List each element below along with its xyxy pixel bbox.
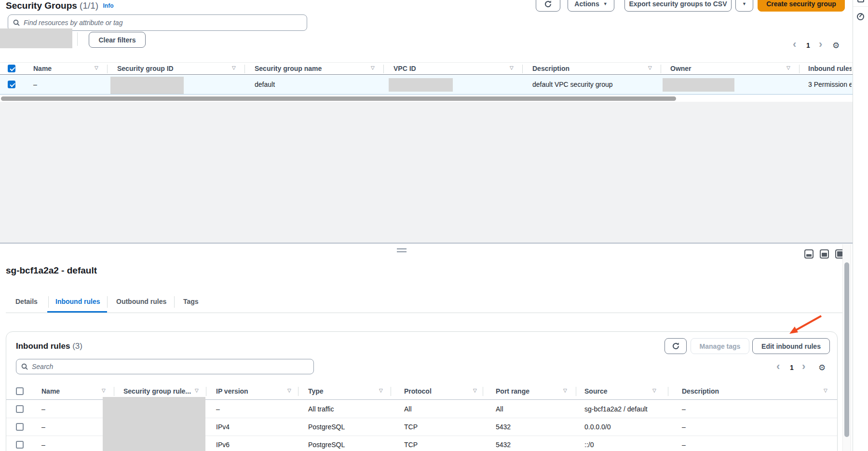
resource-count: (1/1): [80, 0, 98, 11]
select-all-checkbox[interactable]: [8, 65, 15, 72]
tab-outbound-rules[interactable]: Outbound rules: [116, 298, 166, 305]
sort-icon: ▽: [473, 388, 477, 393]
column-header-description[interactable]: Description: [532, 65, 570, 72]
port-range-cell: 5432: [496, 441, 511, 449]
rule-row-checkbox[interactable]: [16, 405, 24, 413]
security-group-name-cell: default: [255, 81, 275, 88]
column-divider: [522, 65, 523, 73]
tab-details[interactable]: Details: [15, 298, 38, 305]
content-background: [0, 102, 853, 243]
row-select-checkbox[interactable]: [8, 81, 15, 88]
description-cell: default VPC security group: [532, 81, 613, 88]
name-cell: –: [41, 405, 45, 413]
export-dropdown-button[interactable]: ▼: [735, 0, 753, 12]
column-header-protocol[interactable]: Protocol: [404, 387, 432, 395]
column-divider: [668, 387, 668, 396]
inbound-rules-count-cell: 3 Permission entries: [808, 81, 852, 88]
column-divider: [483, 387, 483, 396]
sort-icon: ▽: [652, 388, 656, 393]
column-divider: [383, 65, 384, 73]
rules-pagination-previous-button[interactable]: ‹: [776, 362, 780, 371]
column-header-port-range[interactable]: Port range: [496, 387, 529, 395]
rules-search-input[interactable]: [32, 363, 309, 370]
rules-pagination-page-number[interactable]: 1: [790, 364, 794, 371]
sort-icon: ▽: [510, 65, 514, 70]
horizontal-scrollbar: [0, 96, 853, 102]
annotation-arrow: [779, 314, 825, 339]
name-cell: –: [33, 81, 37, 88]
rules-table-preferences-button[interactable]: ⚙: [818, 363, 826, 373]
column-header-owner[interactable]: Owner: [670, 65, 692, 72]
description-cell: –: [682, 405, 686, 413]
tab-tags[interactable]: Tags: [183, 298, 199, 305]
find-resources-input[interactable]: [24, 19, 302, 27]
vertical-scrollbar-thumb[interactable]: [844, 262, 849, 437]
refresh-button[interactable]: [536, 0, 560, 12]
type-cell: PostgreSQL: [308, 423, 345, 431]
ip-version-cell: –: [216, 405, 220, 413]
edit-inbound-rules-button[interactable]: Edit inbound rules: [752, 338, 830, 354]
sort-icon: ▽: [824, 388, 827, 393]
rule-row-checkbox[interactable]: [16, 441, 24, 449]
aws-security-groups-screen: Security Groups (1/1) Info Actions ▼ Exp…: [0, 0, 868, 451]
sort-icon: ▽: [195, 388, 199, 393]
pagination-previous-button[interactable]: ‹: [793, 40, 796, 49]
export-csv-button-label: Export security groups to CSV: [629, 0, 727, 8]
table-preferences-button[interactable]: ⚙: [832, 41, 840, 51]
active-tab-underline: [47, 311, 107, 313]
column-header-description[interactable]: Description: [682, 387, 719, 395]
type-cell: All traffic: [308, 405, 334, 413]
column-header-inbound-rules-count[interactable]: Inbound rules count: [808, 65, 852, 72]
bell-icon[interactable]: [857, 0, 864, 2]
pagination-page-number[interactable]: 1: [806, 41, 810, 49]
description-cell: –: [682, 441, 686, 449]
column-divider: [661, 65, 661, 73]
security-groups-table-header: Name ▽ Security group ID ▽ Security grou…: [0, 62, 853, 75]
pagination-next-button[interactable]: ›: [819, 40, 822, 49]
panel-size-small-icon[interactable]: [804, 249, 814, 259]
export-csv-button[interactable]: Export security groups to CSV: [624, 0, 732, 12]
column-header-name[interactable]: Name: [41, 387, 60, 395]
security-group-table-row: – default default VPC security group 3 P…: [0, 75, 853, 95]
sort-icon: ▽: [371, 65, 375, 70]
name-cell: –: [41, 441, 45, 449]
info-link[interactable]: Info: [103, 2, 113, 9]
clear-filters-button[interactable]: Clear filters: [89, 32, 146, 48]
tab-inbound-rules[interactable]: Inbound rules: [55, 298, 100, 305]
refresh-button[interactable]: [665, 338, 687, 354]
split-panel-drag-handle[interactable]: [397, 248, 407, 252]
detail-heading: sg-bcf1a2a2 - default: [6, 265, 97, 276]
actions-button[interactable]: Actions ▼: [568, 0, 614, 12]
column-header-name[interactable]: Name: [33, 65, 52, 72]
column-divider: [107, 65, 108, 73]
column-divider: [799, 65, 800, 73]
column-header-security-group-name[interactable]: Security group name: [255, 65, 322, 72]
panel-size-medium-icon[interactable]: [820, 249, 829, 259]
port-range-cell: All: [496, 405, 503, 413]
vertical-scrollbar: [842, 244, 851, 451]
column-header-type[interactable]: Type: [308, 387, 324, 395]
sort-icon: ▽: [287, 388, 291, 393]
sort-icon: ▽: [232, 65, 236, 70]
create-security-group-button[interactable]: Create security group: [758, 0, 845, 12]
column-divider: [576, 387, 576, 396]
inbound-rules-panel-title: Inbound rules (3): [16, 342, 82, 351]
tab-divider: [174, 296, 175, 308]
manage-tags-button[interactable]: Manage tags: [691, 338, 749, 354]
inbound-rules-title-text: Inbound rules: [16, 342, 70, 351]
edit-inbound-rules-label: Edit inbound rules: [761, 342, 821, 350]
column-header-vpc-id[interactable]: VPC ID: [393, 65, 416, 72]
rules-select-all-checkbox[interactable]: [16, 387, 24, 395]
clock-icon[interactable]: [857, 13, 864, 20]
column-divider: [391, 387, 391, 396]
column-header-rule-id[interactable]: Security group rule...: [123, 387, 191, 395]
horizontal-scrollbar-thumb[interactable]: [1, 96, 676, 101]
column-divider: [114, 387, 114, 396]
column-header-security-group-id[interactable]: Security group ID: [117, 65, 174, 72]
column-header-ip-version[interactable]: IP version: [216, 387, 248, 395]
side-rail: [853, 0, 868, 451]
rule-row-checkbox[interactable]: [16, 423, 24, 431]
column-header-source[interactable]: Source: [584, 387, 607, 395]
rules-pagination-next-button[interactable]: ›: [802, 362, 805, 371]
refresh-icon: [672, 342, 680, 350]
